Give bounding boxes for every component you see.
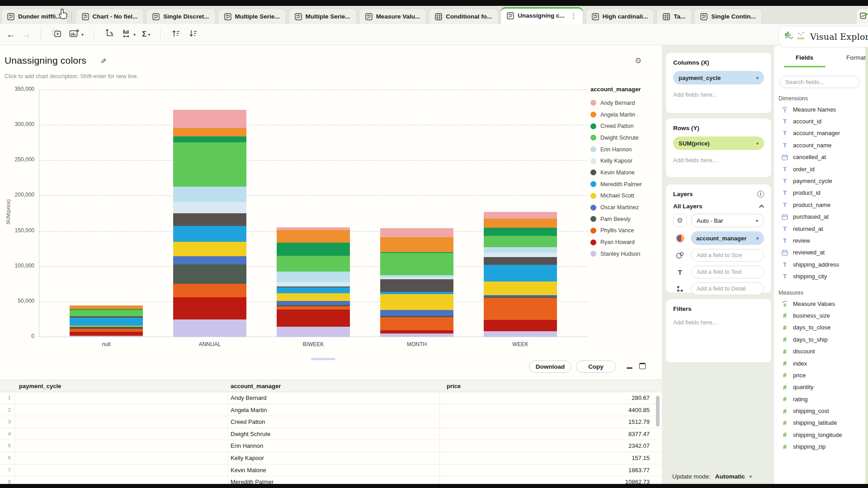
legend-item-erin-hannon[interactable]: Erin Hannon [590, 144, 661, 155]
table-scrollbar[interactable] [656, 396, 660, 427]
text-field-input[interactable]: Add a field to Text [691, 266, 764, 278]
bar-segment-angela-martin[interactable] [70, 305, 143, 309]
field-item-account-manager[interactable]: Taccount_manager [774, 127, 865, 139]
copy-button[interactable]: Copy [576, 361, 616, 373]
bar-segment-oscar-martinez[interactable] [484, 295, 557, 296]
legend-item-kelly-kapoor[interactable]: Kelly Kapoor [590, 155, 661, 167]
bar-segment-stanley-hudson[interactable] [380, 333, 453, 337]
field-item-quantity[interactable]: #quantity [774, 381, 865, 393]
field-item-reviewed-at[interactable]: reviewed_at [774, 247, 865, 258]
bar-segment-pam-beesly[interactable] [70, 327, 143, 329]
field-item-payment-cycle[interactable]: Tpayment_cycle [774, 175, 865, 187]
tab-high-cardinali[interactable]: High cardinali... [585, 9, 655, 24]
field-item-business-size[interactable]: #business_size [774, 310, 865, 321]
chevron-up-icon[interactable] [759, 204, 764, 209]
bar-segment-phyllis-vance[interactable] [380, 317, 453, 330]
legend-item-kevin-malone[interactable]: Kevin Malone [590, 167, 661, 178]
tab-ta[interactable]: Ta... [656, 9, 692, 24]
field-item-shipping-city[interactable]: Tshipping_city [774, 270, 865, 282]
column-header-payment-cycle[interactable]: payment_cycle [19, 383, 61, 389]
tab-chart-no-fiel[interactable]: Chart - No fiel... [75, 9, 144, 24]
tab-multiple-serie[interactable]: Multiple Serie... [218, 9, 286, 24]
field-item-discount[interactable]: #discount [774, 345, 865, 357]
legend-item-andy-bernard[interactable]: Andy Bernard [590, 97, 661, 109]
sort-ascending-button[interactable] [170, 29, 181, 40]
field-item-product-id[interactable]: Tproduct_id [774, 187, 865, 199]
bar-segment-ryan-howard[interactable] [70, 332, 143, 336]
bar-segment-phyllis-vance[interactable] [484, 298, 557, 320]
field-item-purchased-at[interactable]: purchased_at [774, 211, 865, 223]
table-row[interactable]: 5Erin Hannon2342.07 [0, 440, 662, 452]
visual-explorer-badge[interactable]: Visual Explorer [778, 26, 868, 47]
bar-segment-ryan-howard[interactable] [173, 297, 246, 319]
bar-segment-stanley-hudson[interactable] [277, 327, 350, 337]
bar-segment-michael-scott[interactable] [277, 293, 350, 300]
bar-segment-oscar-martinez[interactable] [380, 310, 453, 316]
field-item-measure-names[interactable]: TMeasure Names [774, 103, 865, 115]
bar-segment-kelly-kapoor[interactable] [484, 253, 557, 257]
field-item-cancelled-at[interactable]: cancelled_at [774, 151, 865, 163]
bar-segment-michael-scott[interactable] [173, 242, 246, 256]
bar-segment-oscar-martinez[interactable] [173, 256, 246, 264]
bar-segment-michael-scott[interactable] [380, 294, 453, 310]
bar-segment-creed-patton[interactable] [173, 136, 246, 142]
bar-segment-dwight-schrute[interactable] [277, 256, 350, 272]
bar-segment-andy-bernard[interactable] [277, 227, 350, 230]
swap-axes-button[interactable] [104, 28, 115, 41]
table-row[interactable]: 3Creed Patton1512.79 [0, 416, 662, 428]
field-item-shipping-address[interactable]: Tshipping_address [774, 258, 865, 270]
sort-descending-button[interactable] [188, 29, 198, 40]
bar-segment-meredith-palmer[interactable] [380, 292, 453, 294]
bar-segment-andy-bernard[interactable] [380, 228, 453, 237]
bar-segment-pam-beesly[interactable] [380, 316, 453, 317]
bar-segment-michael-scott[interactable] [484, 282, 557, 295]
bar-segment-andy-bernard[interactable] [484, 212, 557, 219]
column-header-price[interactable]: price [447, 383, 461, 389]
info-icon[interactable]: i [757, 191, 764, 197]
payment-cycle-pill[interactable]: payment_cycle▾ [673, 71, 764, 84]
legend-item-michael-scott[interactable]: Michael Scott [590, 190, 661, 202]
aggregate-button[interactable]: Σ▾ [142, 30, 150, 39]
tab-measure-valu[interactable]: Measure Valu... [359, 9, 427, 24]
field-item-shipping-longitude[interactable]: #shipping_longitude [774, 429, 865, 441]
bar-segment-meredith-palmer[interactable] [173, 226, 246, 242]
remove-chart-button[interactable]: ▾ [69, 28, 84, 40]
bar-segment-stanley-hudson[interactable] [484, 331, 557, 337]
edit-title-pencil-icon[interactable]: ✎ [100, 57, 106, 66]
legend-item-creed-patton[interactable]: Creed Patton [590, 120, 661, 132]
chart-scroll-handle[interactable] [311, 358, 335, 360]
tab-fields[interactable]: Fields [796, 54, 813, 61]
legend-item-pam-beesly[interactable]: Pam Beesly [590, 213, 661, 225]
size-field-input[interactable]: Add a field to Size [691, 249, 764, 262]
bar-segment-kevin-malone[interactable] [277, 286, 350, 287]
bar-segment-kelly-kapoor[interactable] [380, 277, 453, 279]
bar-segment-kevin-malone[interactable] [484, 257, 557, 265]
bar-segment-kevin-malone[interactable] [380, 279, 453, 292]
bar-segment-dwight-schrute[interactable] [173, 142, 246, 187]
bar-segment-ryan-howard[interactable] [484, 320, 557, 331]
legend-item-phyllis-vance[interactable]: Phyllis Vance [590, 225, 661, 237]
layer-settings-gear-button[interactable]: ⚙ [673, 214, 687, 227]
tab-format[interactable]: Format [846, 54, 865, 61]
bar-segment-kelly-kapoor[interactable] [173, 202, 246, 213]
bar-segment-angela-martin[interactable] [277, 230, 350, 243]
bar-segment-kevin-malone[interactable] [70, 316, 143, 318]
bar-segment-erin-hannon[interactable] [277, 272, 350, 282]
field-item-shipping-cost[interactable]: #shipping_cost [774, 405, 865, 417]
field-item-days-to-ship[interactable]: #days_to_ship [774, 333, 865, 345]
bar-segment-kelly-kapoor[interactable] [277, 282, 350, 286]
chart-description-placeholder[interactable]: Click to add chart description. Shift-en… [5, 73, 138, 80]
table-row[interactable]: 8Meredith Palmer10862.73 [0, 476, 662, 484]
table-row[interactable]: 1Andy Bernard280.67 [0, 392, 662, 404]
field-item-product-name[interactable]: Tproduct_name [774, 199, 865, 211]
field-item-returned-at[interactable]: Treturned_at [774, 223, 865, 235]
table-row[interactable]: 7Kevin Malone1863.77 [0, 465, 662, 477]
bar-segment-erin-hannon[interactable] [484, 247, 557, 253]
update-mode-control[interactable]: Update mode: Automatic ▾ [672, 473, 752, 480]
bar-segment-meredith-palmer[interactable] [70, 318, 143, 326]
columns-add-fields-placeholder[interactable]: Add fields here... [673, 91, 764, 98]
legend-item-oscar-martinez[interactable]: Oscar Martinez [590, 202, 661, 213]
bar-segment-creed-patton[interactable] [484, 228, 557, 236]
bar-segment-ryan-howard[interactable] [380, 330, 453, 333]
bar-segment-creed-patton[interactable] [380, 252, 453, 253]
